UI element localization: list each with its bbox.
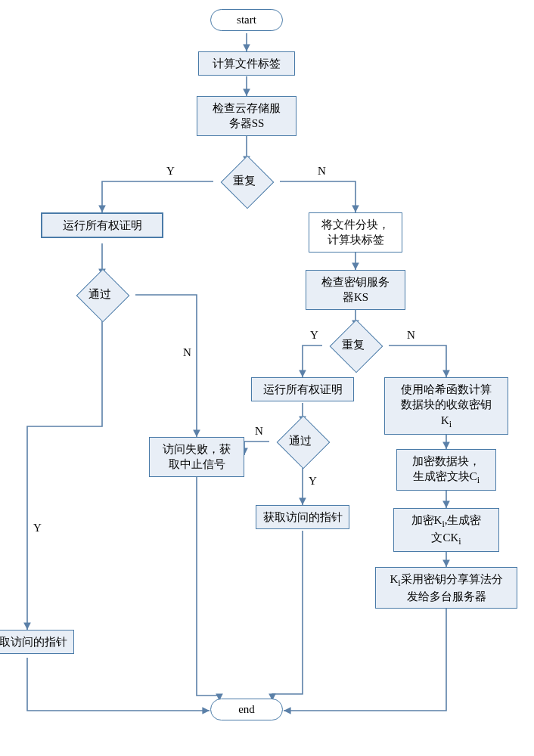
proc-run-pow-mid: 运行所有权证明 <box>251 377 354 401</box>
proc-get-pointer-left: 获取访问的指针 <box>0 630 74 654</box>
proc-check-ss: 检查云存储服 务器SS <box>197 96 296 136</box>
text: 采用密钥分享算法分 发给多台服务器 <box>401 573 503 603</box>
edge-label-n: N <box>183 346 191 359</box>
edge-label-n: N <box>407 329 415 342</box>
text: 加密K <box>411 514 442 526</box>
text: K <box>390 573 398 585</box>
terminator-start: start <box>210 9 283 31</box>
proc-encrypt-key: 加密Ki,生成密 文CKi <box>393 508 499 552</box>
proc-calc-file-tag: 计算文件标签 <box>198 51 295 76</box>
proc-split-blocks: 将文件分块， 计算块标签 <box>309 212 402 253</box>
terminator-end: end <box>210 699 283 720</box>
edge-label-y: Y <box>309 475 317 488</box>
proc-encrypt-block: 加密数据块， 生成密文块Ci <box>396 449 496 491</box>
decision-dup2-label: 重复 <box>342 338 365 352</box>
flowchart: start 计算文件标签 检查云存储服 务器SS 重复 Y N 运行所有权证明 … <box>0 0 534 756</box>
subscript: i <box>477 475 480 485</box>
proc-access-fail: 访问失败，获 取中止信号 <box>149 437 244 477</box>
text: 使用哈希函数计算 数据块的收敛密钥 K <box>401 383 492 426</box>
subscript: i <box>458 536 461 547</box>
edge-label-n: N <box>255 425 263 438</box>
subscript: i <box>449 419 452 429</box>
proc-hash-key: 使用哈希函数计算 数据块的收敛密钥 Ki <box>384 377 508 435</box>
edge-label-y: Y <box>310 329 318 342</box>
text: 加密数据块， 生成密文块C <box>412 455 480 482</box>
edge-label-y: Y <box>166 165 175 178</box>
edge-label-n: N <box>318 165 326 178</box>
decision-pass-left-label: 通过 <box>88 287 111 302</box>
proc-key-share: Ki采用密钥分享算法分 发给多台服务器 <box>375 567 517 609</box>
edge-label-y: Y <box>33 522 42 534</box>
proc-get-pointer-mid: 获取访问的指针 <box>256 505 349 529</box>
decision-pass-mid-label: 通过 <box>289 434 312 448</box>
decision-dup1-label: 重复 <box>233 174 256 188</box>
proc-check-ks: 检查密钥服务 器KS <box>306 270 405 310</box>
proc-run-pow-left: 运行所有权证明 <box>41 212 163 238</box>
